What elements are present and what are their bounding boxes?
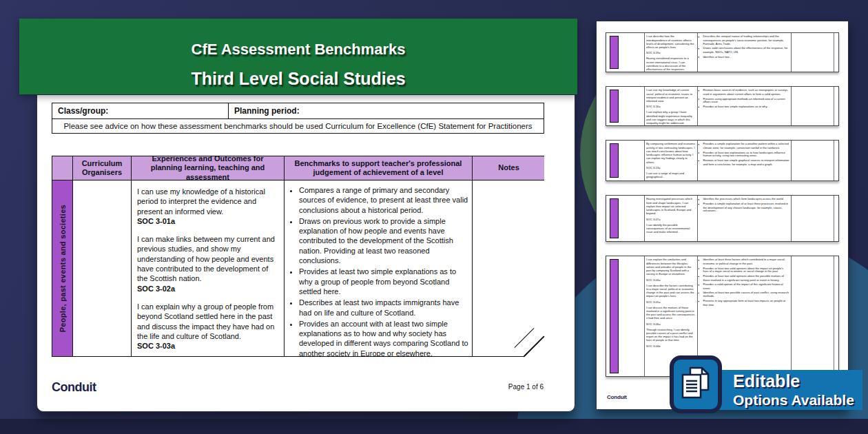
preview-benchmark-item: Provides at least two explanations as to…: [703, 151, 789, 158]
preview-outcomes-column: Having investigated processes which form…: [645, 196, 698, 241]
preview-benchmark-item: Identifies at least three factors which …: [703, 258, 789, 266]
preview-notes-column: [792, 196, 838, 241]
organiser-label: People, past events and societies: [59, 205, 67, 332]
preview-outcomes-text: By comparing settlement and economic act…: [646, 143, 696, 179]
preview-cards: I can describe how the interdependence o…: [606, 32, 839, 377]
preview-page-2: I can use my knowledge of current social…: [606, 86, 839, 126]
preview-benchmark-item: Identifies at least two possible causes …: [703, 291, 789, 299]
preview-benchmark-item: Provides a simple explanation for a weat…: [703, 143, 789, 150]
header-curriculum-organisers: Curriculum Organisers: [73, 156, 132, 180]
outcome-code: SOC 3-03a: [137, 341, 278, 351]
preview-paragraph: SOC 3-13a: [646, 167, 696, 170]
planning-period-label: Planning period:: [229, 103, 544, 118]
benchmarks-table: Curriculum Organisers Experiences and Ou…: [52, 156, 544, 357]
main-document-page: Class/group: Planning period: Please see…: [37, 94, 575, 412]
preview-outcomes-column: I can describe how the interdependence o…: [645, 33, 698, 72]
benchmark-item: Draws on previous work to provide a simp…: [299, 216, 469, 265]
preview-notes-column: [792, 256, 838, 376]
preview-page-1: I can describe how the interdependence o…: [606, 32, 839, 72]
benchmark-item: Describes at least two impacts immigrant…: [299, 298, 469, 318]
preview-paragraph: SOC 3-06b: [646, 344, 696, 348]
experiences-cell: I can use my knowledge of a historical p…: [132, 180, 285, 356]
editable-badge-line2: Options Available: [733, 392, 862, 408]
benchmark-item: Compares a range of primary and secondar…: [299, 185, 469, 215]
benchmark-item: Provides an account with at least two si…: [299, 319, 469, 356]
preview-paragraph: I can use a range of maps and geographic…: [646, 172, 696, 180]
preview-paragraph: I can discuss the motives of those invol…: [646, 306, 696, 320]
preview-benchmarks-column: Reviews basic sources of evidence, such …: [698, 87, 792, 125]
preview-benchmark-item: Draws valid conclusions about the effect…: [703, 47, 789, 54]
page-title: CfE Assessment Benchmarks: [192, 41, 406, 59]
outcome-code: SOC 3-01a: [137, 216, 278, 226]
preview-paragraph: SOC 3-06a: [646, 322, 696, 326]
preview-organiser-column: [606, 196, 645, 241]
preview-paragraph: Through researching, I can identify poss…: [646, 328, 696, 342]
title-banner: CfE Assessment Benchmarks Third Level So…: [19, 19, 577, 94]
preview-notes-column: [792, 141, 838, 180]
advice-text: Please see advice on how these assessmen…: [52, 119, 544, 134]
editable-badge-tile[interactable]: [670, 355, 722, 413]
preview-outcomes-text: Having investigated processes which form…: [646, 198, 696, 234]
organiser-bar: People, past events and societies: [52, 180, 73, 356]
preview-benchmarks-text: Describes the unequal nature of trading …: [699, 35, 789, 59]
preview-benchmark-item: Provides a simple explanation of at leas…: [703, 203, 789, 214]
preview-paragraph: I can explain why a group I have identif…: [646, 111, 696, 125]
preview-paragraph: SOC 3-07a: [646, 218, 696, 221]
preview-outcomes-text: I can explain the similarities and diffe…: [646, 258, 696, 348]
preview-organiser-column: [606, 141, 645, 180]
preview-paragraph: SOC 3-16a: [646, 105, 696, 109]
preview-benchmark-item: Presents in any appropriate form at leas…: [703, 300, 789, 307]
class-group-label: Class/group:: [52, 103, 229, 118]
preview-benchmark-item: Provides a valid opinion of the impact o…: [703, 283, 789, 291]
preview-benchmark-item: Identifies the processes which form land…: [703, 198, 789, 201]
preview-paragraph: I can describe the factors contributing …: [646, 284, 696, 298]
preview-benchmarks-list: Describes the unequal nature of trading …: [699, 35, 789, 59]
page-subtitle: Third Level Social Studies: [191, 69, 405, 89]
documents-icon: [681, 366, 711, 403]
benchmarks-list: Compares a range of primary and secondar…: [287, 185, 469, 356]
preview-conduit-logo: Conduit: [607, 394, 627, 400]
preview-benchmark-item: Provides at least two valid opinions abo…: [703, 275, 789, 282]
conduit-logo: Conduit: [52, 380, 96, 395]
preview-benchmark-item: Presents using appropriate methods an in…: [703, 97, 789, 105]
curriculum-organisers-cell: [73, 180, 132, 356]
preview-organiser-column: [606, 33, 645, 72]
preview-organiser-bar: [610, 36, 619, 69]
preview-outcomes-column: I can use my knowledge of current social…: [645, 87, 698, 125]
organiser-header-cell: [52, 156, 73, 180]
preview-notes-column: [792, 33, 838, 72]
experience-outcome: I can make links between my current and …: [137, 234, 278, 293]
header-experiences-outcomes: Experiences and Outcomes for planning le…: [132, 156, 285, 180]
preview-outcomes-text: I can describe how the interdependence o…: [646, 35, 696, 72]
preview-benchmarks-list: Provides a simple explanation for a weat…: [699, 143, 789, 167]
header-notes: Notes: [473, 156, 545, 180]
preview-page-4: Having investigated processes which form…: [606, 195, 839, 242]
preview-benchmark-item: Describes the unequal nature of trading …: [703, 35, 789, 46]
preview-benchmarks-text: Identifies the processes which form land…: [699, 198, 789, 214]
preview-organiser-bar: [610, 143, 619, 178]
preview-benchmarks-text: Identifies at least three factors which …: [699, 258, 789, 307]
notes-cell: [473, 180, 545, 356]
preview-paragraph: I can explain the similarities and diffe…: [646, 258, 696, 277]
preview-benchmarks-column: Identifies the processes which form land…: [698, 196, 792, 241]
header-benchmarks: Benchmarks to support teacher's professi…: [285, 156, 473, 180]
preview-benchmark-item: Reviews at least two simple graphical so…: [703, 159, 789, 167]
preview-paragraph: SOC 3-05a: [646, 300, 696, 304]
preview-paragraph: I can describe how the interdependence o…: [646, 35, 696, 50]
preview-paragraph: Having considered responses to a recent …: [646, 57, 696, 72]
preview-paragraph: Having investigated processes which form…: [646, 198, 696, 216]
experience-outcome: I can explain why a group of people from…: [137, 302, 278, 351]
preview-outcomes-text: I can use my knowledge of current social…: [646, 89, 696, 125]
experience-outcome: I can use my knowledge of a historical p…: [137, 187, 278, 226]
preview-benchmarks-list: Reviews basic sources of evidence, such …: [699, 89, 789, 109]
preview-benchmark-item: Identifies at least two...: [703, 55, 789, 59]
preview-pages-panel: I can describe how the interdependence o…: [596, 21, 849, 410]
preview-benchmark-item: Provides at least two valid opinions abo…: [703, 267, 789, 274]
benchmarks-cell: Compares a range of primary and secondar…: [285, 180, 473, 356]
preview-benchmarks-text: Reviews basic sources of evidence, such …: [699, 89, 789, 109]
editable-badge-line1: Editable: [733, 372, 862, 390]
preview-benchmark-item: Reviews basic sources of evidence, such …: [703, 89, 789, 96]
preview-benchmarks-column: Describes the unequal nature of trading …: [698, 33, 792, 72]
class-planning-table: Class/group: Planning period:: [52, 103, 544, 119]
preview-benchmark-item: Provides at least two simple explanation…: [703, 105, 789, 109]
